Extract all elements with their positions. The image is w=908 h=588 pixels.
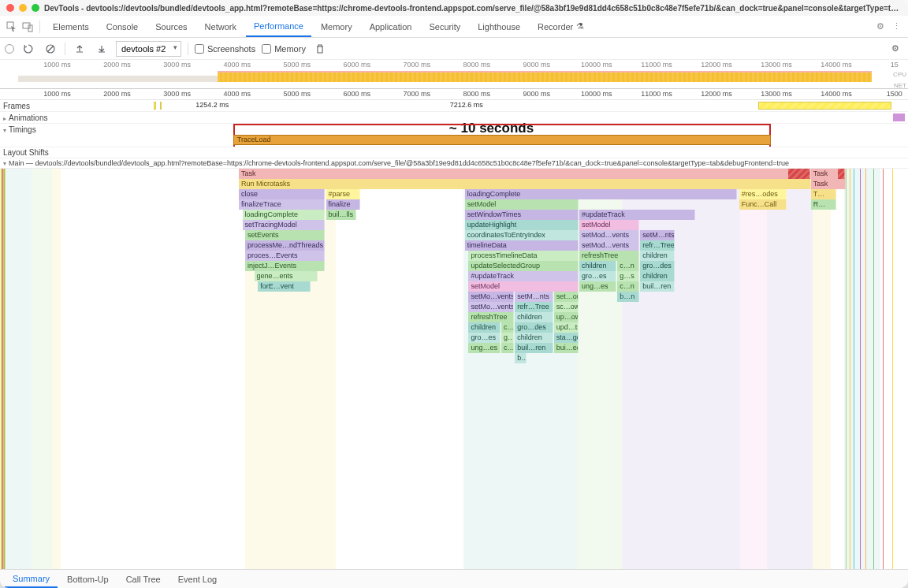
flame-upow[interactable]: up…ow [554, 312, 579, 322]
upload-profile-button[interactable] [72, 41, 87, 57]
flame-refreshtree[interactable]: refreshTree [468, 312, 514, 322]
flame-setwindowtimes[interactable]: setWindowTimes [465, 210, 579, 220]
flame-grodes-r[interactable]: gro…des [640, 261, 675, 271]
close-window-dot[interactable] [6, 4, 14, 12]
tab-bottom-up[interactable]: Bottom-Up [59, 570, 117, 588]
flame-refreshtree-r[interactable]: refreshTree [579, 251, 639, 261]
flame-children2[interactable]: children [468, 322, 500, 333]
disclosure-icon[interactable] [3, 114, 6, 122]
download-profile-button[interactable] [94, 41, 110, 57]
timeline-ruler[interactable]: 1000 ms 2000 ms 3000 ms 4000 ms 5000 ms … [0, 89, 908, 100]
flame-gs-r[interactable]: g…s [617, 271, 639, 281]
flame-c[interactable]: c… [501, 322, 514, 333]
tab-recorder[interactable]: Recorder⚗ [530, 16, 592, 37]
settings-gear-icon[interactable]: ⚙ [873, 20, 888, 34]
flame-loadingcomplete-inner[interactable]: loadingComplete [243, 210, 326, 220]
flame-timelinedata[interactable]: timelineData [465, 240, 579, 251]
layout-shifts-track[interactable]: Layout Shifts [0, 147, 908, 158]
screenshots-checkbox[interactable]: Screenshots [195, 44, 255, 54]
flame-finalize[interactable]: finalize [326, 199, 361, 210]
tab-network[interactable]: Network [197, 16, 244, 37]
more-icon[interactable]: ⋮ [889, 20, 903, 34]
flame-runmicrotasks[interactable]: Run Microtasks [239, 179, 811, 189]
flame-refrtree[interactable]: refr…Tree [515, 302, 553, 312]
flame-groes[interactable]: gro…es [468, 333, 500, 343]
flame-setmovents2[interactable]: setMo…vents [468, 302, 514, 312]
flame-processtimelinedata[interactable]: processTimelineData [468, 251, 578, 261]
tab-summary[interactable]: Summary [5, 570, 58, 588]
flame-t[interactable]: T… [811, 189, 836, 199]
flame-unges[interactable]: ung…es [468, 343, 500, 353]
tab-application[interactable]: Application [362, 16, 420, 37]
flame-resodes[interactable]: #res…odes [739, 189, 787, 199]
frames-track[interactable]: Frames 1254.2 ms 7212.6 ms [0, 100, 908, 112]
flame-chart[interactable]: Task Task Run Microtasks Task close #par… [0, 169, 908, 569]
tab-security[interactable]: Security [421, 16, 468, 37]
flame-funccall[interactable]: Func…Call [739, 199, 787, 210]
flame-builren[interactable]: buil…ren [515, 343, 553, 353]
flame-c2[interactable]: c… [501, 343, 514, 353]
overview-panel[interactable]: 1000 ms 2000 ms 3000 ms 4000 ms 5000 ms … [0, 60, 908, 89]
flame-refrtree-r[interactable]: refr…Tree [640, 240, 675, 251]
flame-task-red[interactable] [788, 169, 810, 179]
flame-procesevents[interactable]: proces…Events [245, 251, 325, 261]
flame-b[interactable]: b… [515, 353, 527, 363]
flame-task-3[interactable]: Task [811, 179, 846, 189]
main-track-header[interactable]: Main — devtools://devtools/bundled/devto… [0, 158, 908, 169]
tab-elements[interactable]: Elements [45, 16, 97, 37]
flame-bn-r[interactable]: b…n [617, 292, 639, 302]
flame-setmnts[interactable]: setM…nts [515, 292, 553, 302]
timings-track[interactable]: Timings ~ 10 seconds TraceLoad [0, 124, 908, 147]
flame-task[interactable]: Task [239, 169, 811, 179]
flame-injectj[interactable]: injectJ…Events [245, 261, 325, 271]
tab-sources[interactable]: Sources [147, 16, 195, 37]
flame-setmodel[interactable]: setModel [465, 199, 579, 210]
flame-updatehighlight[interactable]: updateHighlight [465, 220, 579, 230]
trash-button[interactable] [312, 41, 328, 57]
flame-geneents[interactable]: gene…ents [255, 271, 318, 281]
flame-scow[interactable]: sc…ow [554, 302, 579, 312]
tab-console[interactable]: Console [99, 16, 146, 37]
timing-traceload-bar[interactable]: TraceLoad [233, 135, 771, 145]
tab-memory[interactable]: Memory [313, 16, 360, 37]
flame-groes-r[interactable]: gro…es [579, 271, 616, 281]
flame-parse[interactable]: #parse [326, 189, 361, 199]
flame-children3[interactable]: children [515, 333, 553, 343]
flame-builils[interactable]: buil…lls [326, 210, 356, 220]
flame-cn-r2[interactable]: c…n [617, 281, 639, 292]
flame-updatetrack2[interactable]: #updateTrack [468, 271, 578, 281]
profile-select[interactable]: devtools #2 [116, 41, 181, 57]
flame-setmodel-pink[interactable]: setModel [579, 220, 639, 230]
clear-button[interactable] [43, 41, 58, 57]
flame-updateselectedgroup[interactable]: updateSelectedGroup [468, 261, 578, 271]
flame-unges-r[interactable]: ung…es [579, 281, 616, 292]
tab-performance[interactable]: Performance [246, 16, 311, 37]
flame-builren-r[interactable]: buil…ren [640, 281, 675, 292]
flame-children-r3[interactable]: children [640, 271, 675, 281]
disclosure-icon[interactable] [3, 159, 6, 167]
tab-call-tree[interactable]: Call Tree [118, 570, 169, 588]
flame-processme[interactable]: processMe…ndThreads [245, 240, 325, 251]
flame-cn-r[interactable]: c…n [617, 261, 639, 271]
flame-updatetrack-right[interactable]: #updateTrack [579, 210, 695, 220]
flame-setevents[interactable]: setEvents [245, 230, 325, 240]
flame-loadingcomplete[interactable]: loadingComplete [465, 189, 738, 199]
flame-buied[interactable]: bui…ed [554, 343, 579, 353]
device-toolbar-icon[interactable] [20, 20, 35, 34]
flame-coordinates[interactable]: coordinatesToEntryIndex [465, 230, 579, 240]
flame-setmodel-pink2[interactable]: setModel [468, 281, 578, 292]
flame-children[interactable]: children [515, 312, 553, 322]
flame-children-r2[interactable]: children [579, 261, 616, 271]
flame-setmodvents-r[interactable]: setMod…vents [579, 230, 639, 240]
flame-setmovents[interactable]: setMo…vents [468, 292, 514, 302]
flame-children-r[interactable]: children [640, 251, 675, 261]
disclosure-icon[interactable] [3, 125, 6, 134]
flame-stage[interactable]: sta…ge [554, 333, 579, 343]
flame-r[interactable]: R… [811, 199, 836, 210]
zoom-window-dot[interactable] [32, 4, 39, 12]
flame-grodes[interactable]: gro…des [515, 322, 553, 333]
tab-event-log[interactable]: Event Log [170, 570, 225, 588]
flame-seton[interactable]: set…on [554, 292, 579, 302]
reload-record-button[interactable] [20, 41, 36, 57]
tab-lighthouse[interactable]: Lighthouse [470, 16, 528, 37]
